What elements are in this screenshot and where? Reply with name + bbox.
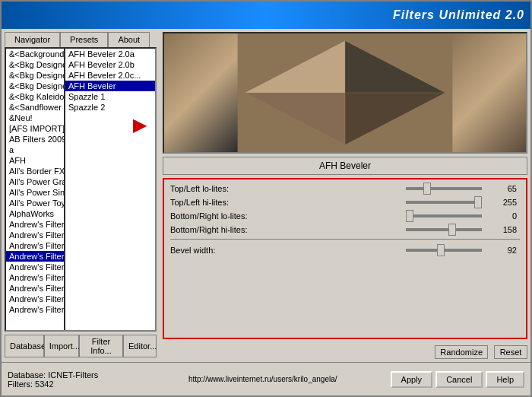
setting-label: Bottom/Right lo-lites: bbox=[170, 211, 406, 221]
randomize-reset-bar: Randomize Reset bbox=[163, 345, 527, 359]
list-item[interactable]: Andrew's Filter Collection 62 bbox=[6, 294, 64, 304]
list-item[interactable]: a bbox=[6, 145, 64, 155]
list-item[interactable]: &<Sandflower Specials'v'> bbox=[6, 102, 64, 113]
setting-slider[interactable] bbox=[406, 201, 482, 204]
filter-name-display: AFH Beveler bbox=[163, 157, 527, 175]
tab-about[interactable]: About bbox=[108, 32, 150, 47]
filter-info-button[interactable]: Filter Info... bbox=[79, 335, 123, 357]
list-item[interactable]: &<Bkg Designer sf10 III> bbox=[6, 81, 64, 91]
sub-list-item[interactable]: AFH Beveler bbox=[65, 81, 155, 91]
randomize-button[interactable]: Randomize bbox=[435, 345, 488, 359]
setting-label: Top/Left lo-lites: bbox=[170, 184, 406, 193]
list-item[interactable]: &<Bkg Designer sf10 II> bbox=[6, 70, 64, 81]
bevel-value: 92 bbox=[482, 246, 520, 255]
footer: Database: ICNET-Filters Filters: 5342 ht… bbox=[2, 362, 530, 395]
setting-row: Bottom/Right hi-lites:158 bbox=[170, 225, 520, 234]
list-item[interactable]: &<Bkg Designer sf10 I> bbox=[6, 59, 64, 70]
apply-button[interactable]: Apply bbox=[391, 371, 433, 388]
main-window: Filters Unlimited 2.0 Navigator Presets … bbox=[0, 0, 532, 397]
list-item[interactable]: All's Power Toys bbox=[6, 198, 64, 208]
main-content: Navigator Presets About &<Background Des… bbox=[2, 29, 530, 362]
list-item[interactable]: Andrew's Filter Collection 56 bbox=[6, 230, 64, 240]
list-with-scroll: &<Background Designers IV>&<Bkg Designer… bbox=[6, 49, 155, 330]
setting-label: Top/Left hi-lites: bbox=[170, 198, 406, 207]
setting-slider[interactable] bbox=[406, 228, 482, 231]
tab-bar: Navigator Presets About bbox=[5, 32, 157, 47]
footer-url: http://www.liveinternet.ru/users/krilo_a… bbox=[135, 375, 391, 383]
list-item[interactable]: All's Power Sines bbox=[6, 187, 64, 198]
sub-list-item[interactable]: AFH Beveler 2.0a bbox=[65, 49, 155, 59]
editor-button[interactable]: Editor... bbox=[123, 335, 157, 357]
right-panel: AFH Beveler Top/Left lo-lites:65Top/Left… bbox=[163, 32, 527, 359]
left-panel: Navigator Presets About &<Background Des… bbox=[5, 32, 157, 359]
setting-value: 65 bbox=[482, 184, 520, 193]
help-button[interactable]: Help bbox=[486, 371, 524, 388]
list-item[interactable]: Andrew's Filter Collection 60 bbox=[6, 272, 64, 283]
list-container: &<Background Designers IV>&<Bkg Designer… bbox=[5, 47, 157, 332]
list-item[interactable]: All's Border FX bbox=[6, 166, 64, 176]
setting-label: Bottom/Right hi-lites: bbox=[170, 225, 406, 234]
bevel-label: Bevel width: bbox=[170, 246, 406, 255]
divider bbox=[170, 239, 520, 240]
list-item[interactable]: Andrew's Filter Collection 57 bbox=[6, 240, 64, 251]
sub-list-item[interactable]: AFH Beveler 2.0c... bbox=[65, 70, 155, 81]
list-item[interactable]: AlphaWorks bbox=[6, 208, 64, 219]
setting-value: 255 bbox=[482, 198, 520, 207]
sub-list-item[interactable]: Spazzle 2 bbox=[65, 102, 155, 113]
setting-row: Top/Left hi-lites:255 bbox=[170, 198, 520, 207]
setting-value: 0 bbox=[482, 211, 520, 221]
list-item[interactable]: AFH bbox=[6, 155, 64, 166]
bevel-row: Bevel width: 92 bbox=[170, 246, 520, 255]
footer-buttons: Apply Cancel Help bbox=[391, 371, 524, 388]
setting-value: 158 bbox=[482, 225, 520, 234]
setting-slider[interactable] bbox=[406, 187, 482, 190]
list-item[interactable]: Andrew's Filter Collection 59 bbox=[6, 262, 64, 272]
list-item[interactable]: &<Bkg Kaleidoscope> bbox=[6, 91, 64, 102]
tab-presets[interactable]: Presets bbox=[60, 32, 108, 47]
list-item[interactable]: Andrew's Filter Collection 55 bbox=[6, 219, 64, 230]
app-title: Filters Unlimited 2.0 bbox=[393, 8, 524, 22]
list-item[interactable]: Andrew's Filter Collection 58 bbox=[6, 251, 64, 262]
list-item[interactable]: Andrew's Filters 10 bbox=[6, 304, 64, 315]
footer-info: Database: ICNET-Filters Filters: 5342 bbox=[8, 370, 135, 389]
sub-list-item[interactable]: AFH Beveler 2.0b bbox=[65, 59, 155, 70]
list-item[interactable]: AB Filters 2009 bbox=[6, 134, 64, 145]
import-button[interactable]: Import... bbox=[44, 335, 79, 357]
cancel-button[interactable]: Cancel bbox=[435, 371, 483, 388]
title-bar: Filters Unlimited 2.0 bbox=[2, 2, 530, 29]
database-info: Database: ICNET-Filters bbox=[8, 370, 135, 380]
list-item[interactable]: All's Power Grads bbox=[6, 176, 64, 187]
filters-info: Filters: 5342 bbox=[8, 380, 135, 389]
setting-row: Top/Left lo-lites:65 bbox=[170, 184, 520, 193]
list-item[interactable]: &Neu! bbox=[6, 113, 64, 123]
preview-area bbox=[163, 32, 527, 154]
tab-navigator[interactable]: Navigator bbox=[5, 32, 60, 47]
list-item[interactable]: &<Background Designers IV> bbox=[6, 49, 64, 59]
settings-area: Top/Left lo-lites:65Top/Left hi-lites:25… bbox=[163, 178, 527, 339]
bevel-slider[interactable] bbox=[406, 249, 482, 252]
database-button[interactable]: Database bbox=[5, 335, 44, 357]
sub-list-item[interactable]: Spazzle 1 bbox=[65, 91, 155, 102]
setting-row: Bottom/Right lo-lites:0 bbox=[170, 211, 520, 221]
filter-category-list[interactable]: &<Background Designers IV>&<Bkg Designer… bbox=[6, 49, 64, 330]
reset-button[interactable]: Reset bbox=[494, 345, 527, 359]
list-item[interactable]: Andrew's Filter Collection 61 bbox=[6, 283, 64, 294]
setting-slider[interactable] bbox=[406, 214, 482, 218]
bottom-buttons: Database Import... Filter Info... Editor… bbox=[5, 333, 157, 359]
filter-item-list[interactable]: AFH Beveler 2.0aAFH Beveler 2.0bAFH Beve… bbox=[64, 49, 155, 330]
list-item[interactable]: [AFS IMPORT] bbox=[6, 123, 64, 134]
